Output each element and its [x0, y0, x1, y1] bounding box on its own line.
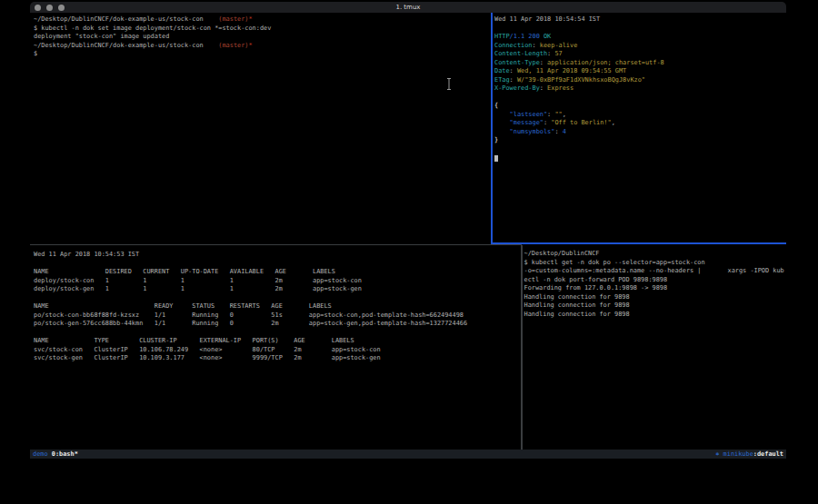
terminal-line: Forwarding from 127.0.0.1:9898 -> 9898: [524, 284, 787, 293]
terminal-line: Date: Wed, 11 Apr 2018 09:54:55 GMT: [494, 67, 786, 76]
pane-top-left-shell[interactable]: ~/Desktop/DublinCNCF/dok-example-us/stoc…: [30, 13, 491, 242]
window-label[interactable]: 0:bash*: [52, 450, 78, 458]
terminal-line: Content-Type: application/json; charset=…: [494, 59, 786, 68]
pane-divider-horizontal-active[interactable]: [491, 242, 786, 244]
terminal-line: NAME READY STATUS RESTARTS AGE LABELS: [34, 302, 521, 311]
pane-top-right-http-response[interactable]: Wed 11 Apr 2018 10:54:54 IST HTTP/1.1 20…: [493, 13, 786, 242]
ibeam-mouse-cursor: [445, 77, 453, 91]
terminal-line: $: [34, 50, 491, 59]
title-bar[interactable]: 1. tmux: [30, 2, 786, 13]
status-left: demo 0:bash*: [33, 450, 78, 460]
terminal-line: [34, 260, 521, 269]
terminal-line: [34, 294, 521, 303]
terminal-line: "lastseen": "",: [494, 111, 786, 120]
terminal-line: HTTP/1.1 200 OK: [494, 33, 786, 42]
kube-namespace: :default: [753, 450, 783, 458]
tmux-status-bar: demo 0:bash* ⎈ minikube:default: [30, 450, 786, 459]
terminal-line: svc/stock-gen ClusterIP 10.109.3.177 <no…: [34, 354, 521, 363]
terminal-line: {: [494, 102, 786, 111]
tmux-terminal: ~/Desktop/DublinCNCF/dok-example-us/stoc…: [30, 13, 786, 450]
terminal-line: ectl -n dok port-forward POD 9898:9898: [524, 276, 787, 285]
terminal-line: X-Powered-By: Express: [494, 84, 786, 94]
terminal-line: Handling connection for 9898: [524, 293, 787, 302]
pane-divider-vertical[interactable]: [521, 245, 523, 450]
terminal-line: Content-Length: 57: [494, 50, 786, 59]
terminal-line: ~/Desktop/DublinCNCF: [524, 250, 787, 259]
terminal-line: svc/stock-con ClusterIP 10.106.78.249 <n…: [34, 346, 521, 355]
terminal-line: deploy/stock-con 1 1 1 1 2m app=stock-co…: [34, 277, 521, 286]
pane-divider-vertical-active[interactable]: [491, 13, 493, 244]
terminal-line: $ kubectl -n dok set image deployment/st…: [34, 25, 491, 34]
session-name[interactable]: demo: [33, 450, 48, 458]
terminal-line: "numsymbols": 4: [494, 128, 786, 137]
terminal-line: Handling connection for 9898: [524, 311, 787, 320]
terminal-line: ~/Desktop/DublinCNCF/dok-example-us/stoc…: [34, 15, 491, 25]
terminal-line: -o=custom-columns=:metadata.name --no-he…: [524, 267, 787, 276]
terminal-line: Connection: keep-alive: [494, 42, 786, 51]
terminal-line: po/stock-con-bb68f88fd-kzsxz 1/1 Running…: [34, 311, 521, 321]
terminal-line: [494, 94, 786, 103]
window-title: 1. tmux: [30, 2, 786, 13]
pane-bottom-left-kubectl-watch[interactable]: Wed 11 Apr 2018 10:54:53 IST NAME DESIRE…: [30, 245, 521, 450]
terminal-line: ETag: W/"39-0xBPf9aF1dXVNkhsxoBQgJ8vKzo": [494, 76, 786, 85]
terminal-window: 1. tmux ~/Desktop/DublinCNCF/dok-example…: [30, 2, 786, 459]
terminal-line: NAME DESIRED CURRENT UP-TO-DATE AVAILABL…: [34, 268, 521, 277]
terminal-line: [34, 329, 521, 338]
terminal-line: po/stock-gen-576cc688bb-44kmn 1/1 Runnin…: [34, 320, 521, 329]
kube-context: minikube: [723, 450, 753, 458]
terminal-line: Handling connection for 9898: [524, 301, 787, 311]
terminal-line: "message": "Off to Berlin!",: [494, 119, 786, 128]
terminal-line: Wed 11 Apr 2018 10:54:53 IST: [34, 251, 521, 260]
pane-bottom-right-port-forward[interactable]: ~/Desktop/DublinCNCF$ kubectl get -n dok…: [523, 245, 787, 450]
terminal-line: deploy/stock-gen 1 1 1 1 2m app=stock-ge…: [34, 285, 521, 294]
terminal-line: ~/Desktop/DublinCNCF/dok-example-us/stoc…: [34, 42, 491, 51]
status-right: ⎈ minikube:default: [715, 450, 783, 460]
terminal-line: [494, 25, 786, 34]
terminal-line: [494, 145, 786, 154]
terminal-line: [494, 153, 786, 163]
pane-divider-horizontal[interactable]: [30, 244, 522, 245]
terminal-line: }: [494, 136, 786, 145]
terminal-line: $ kubectl get -n dok po --selector=app=s…: [524, 259, 787, 268]
terminal-line: Wed 11 Apr 2018 10:54:54 IST: [494, 15, 786, 25]
terminal-line: NAME TYPE CLUSTER-IP EXTERNAL-IP PORT(S)…: [34, 337, 521, 346]
terminal-line: deployment "stock-con" image updated: [34, 33, 491, 42]
